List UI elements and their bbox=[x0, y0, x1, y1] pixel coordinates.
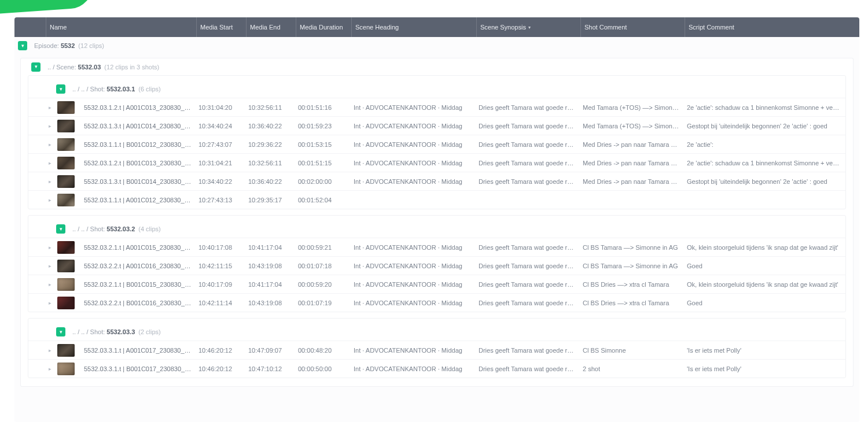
clip-scene-head: Int · ADVOCATENKANTOOR · Middag bbox=[350, 365, 475, 372]
clip-shot-comment: Med Dries -> pan naar Tamara bij o… bbox=[579, 178, 683, 185]
shot-block: ▾.. / .. / Shot: 5532.03.3(2 clips)▸5532… bbox=[28, 318, 846, 378]
clip-row[interactable]: ▸5532.03.1.3.t | B001C014_230830_R5R010:… bbox=[28, 172, 845, 190]
collapse-toggle-icon[interactable]: ▾ bbox=[31, 62, 41, 72]
expand-chevron-icon[interactable]: ▸ bbox=[45, 366, 55, 372]
column-header-name[interactable]: Name bbox=[46, 17, 196, 37]
clip-name: 5532.03.1.1.t | A001C012_230830_R5HX bbox=[80, 197, 195, 204]
clip-media-dur: 00:02:00:00 bbox=[295, 178, 350, 185]
clip-row[interactable]: ▸5532.03.2.1.t | A001C015_230830_R5HX10:… bbox=[28, 238, 845, 256]
clip-row[interactable]: ▸5532.03.1.2.t | B001C013_230830_R5R010:… bbox=[28, 153, 845, 172]
clip-media-dur: 00:01:07:19 bbox=[295, 299, 350, 306]
expand-chevron-icon[interactable]: ▸ bbox=[45, 123, 55, 129]
expand-chevron-icon[interactable]: ▸ bbox=[45, 300, 55, 306]
clip-media-start: 10:31:04:20 bbox=[195, 104, 245, 111]
clip-scene-head: Int · ADVOCATENKANTOOR · Middag bbox=[350, 281, 475, 288]
clip-row[interactable]: ▸5532.03.1.1.t | B001C012_230830_R5R010:… bbox=[28, 135, 845, 153]
group-episode[interactable]: ▾ Episode: 5532 (12 clips) bbox=[14, 37, 859, 54]
collapse-toggle-icon[interactable]: ▾ bbox=[56, 224, 65, 234]
clip-media-start: 10:31:04:21 bbox=[195, 160, 245, 167]
clip-media-end: 10:43:19:08 bbox=[245, 262, 295, 269]
column-header-mdur[interactable]: Media Duration bbox=[296, 17, 351, 37]
column-header-mend[interactable]: Media End bbox=[246, 17, 296, 37]
clip-scene-head: Int · ADVOCATENKANTOOR · Middag bbox=[350, 141, 475, 148]
clip-row[interactable]: ▸5532.03.1.2.t | A001C013_230830_R5HX10:… bbox=[28, 98, 845, 116]
clip-scene-head: Int · ADVOCATENKANTOOR · Middag bbox=[350, 299, 475, 306]
clip-name: 5532.03.2.1.t | A001C015_230830_R5HX bbox=[80, 244, 195, 251]
collapse-toggle-icon[interactable]: ▾ bbox=[56, 84, 65, 94]
clip-row[interactable]: ▸5532.03.3.1.t | B001C017_230830_R5R010:… bbox=[28, 359, 845, 378]
clip-thumbnail[interactable] bbox=[57, 175, 75, 188]
clip-synopsis: Dries geeft Tamara wat goede raad bbox=[475, 347, 579, 354]
clip-thumbnail[interactable] bbox=[57, 344, 75, 357]
clip-media-start: 10:34:40:24 bbox=[195, 123, 245, 130]
clip-row[interactable]: ▸5532.03.2.2.t | B001C016_230830_R5R010:… bbox=[28, 293, 845, 312]
clip-thumbnail[interactable] bbox=[57, 120, 75, 132]
group-shot-meta: (2 clips) bbox=[138, 328, 161, 335]
expand-chevron-icon[interactable]: ▸ bbox=[45, 347, 55, 353]
clip-thumbnail[interactable] bbox=[57, 363, 75, 375]
clip-media-dur: 00:01:07:18 bbox=[295, 262, 350, 269]
clip-media-dur: 00:01:52:04 bbox=[295, 197, 350, 204]
clip-media-start: 10:46:20:12 bbox=[195, 347, 245, 354]
column-header-shotc[interactable]: Shot Comment bbox=[580, 17, 685, 37]
expand-chevron-icon[interactable]: ▸ bbox=[45, 245, 55, 250]
clip-name: 5532.03.1.3.t | A001C014_230830_R5HX bbox=[80, 123, 195, 130]
group-shot[interactable]: ▾.. / .. / Shot: 5532.03.2(4 clips) bbox=[40, 220, 834, 238]
clip-thumbnail[interactable] bbox=[57, 278, 75, 291]
group-shot[interactable]: ▾.. / .. / Shot: 5532.03.3(2 clips) bbox=[40, 323, 834, 341]
expand-chevron-icon[interactable]: ▸ bbox=[45, 197, 55, 203]
clip-thumbnail[interactable] bbox=[57, 157, 75, 169]
clip-row[interactable]: ▸5532.03.2.2.t | A001C016_230830_R5HX10:… bbox=[28, 256, 845, 275]
clip-media-end: 10:29:36:22 bbox=[245, 141, 295, 148]
clip-shot-comment: Med Tamara (+TOS) —> Simonne i… bbox=[579, 123, 683, 130]
collapse-toggle-icon[interactable]: ▾ bbox=[56, 327, 65, 336]
clip-row[interactable]: ▸5532.03.1.1.t | A001C012_230830_R5HX10:… bbox=[28, 190, 845, 209]
clip-name: 5532.03.1.2.t | B001C013_230830_R5R0 bbox=[80, 160, 195, 167]
column-header-script[interactable]: Script Comment bbox=[685, 17, 859, 37]
expand-chevron-icon[interactable]: ▸ bbox=[45, 179, 55, 184]
expand-chevron-icon[interactable]: ▸ bbox=[45, 142, 55, 147]
group-shot-meta: (6 clips) bbox=[138, 86, 161, 93]
group-shot[interactable]: ▾.. / .. / Shot: 5532.03.1(6 clips) bbox=[40, 80, 834, 98]
clip-script-comment: Ok, klein stoorgeluid tijdens 'ik snap d… bbox=[683, 244, 845, 251]
clip-media-start: 10:34:40:22 bbox=[195, 178, 245, 185]
group-shot-label: .. / .. / Shot: 5532.03.3 bbox=[72, 328, 135, 335]
column-header-scene[interactable]: Scene Heading bbox=[351, 17, 476, 37]
group-shot-meta: (4 clips) bbox=[138, 225, 161, 232]
clip-media-end: 10:47:09:07 bbox=[245, 347, 295, 354]
clip-name: 5532.03.1.3.t | B001C014_230830_R5R0 bbox=[80, 178, 195, 185]
clip-thumbnail[interactable] bbox=[57, 101, 75, 114]
clip-row[interactable]: ▸5532.03.1.3.t | A001C014_230830_R5HX10:… bbox=[28, 116, 845, 135]
column-header-synopsis[interactable]: Scene Synopsis ▾ bbox=[476, 17, 580, 37]
clip-shot-comment: Med Tamara (+TOS) —> Simonne i… bbox=[579, 104, 683, 111]
clip-name: 5532.03.2.2.t | A001C016_230830_R5HX bbox=[80, 262, 195, 269]
group-shot-label: .. / .. / Shot: 5532.03.1 bbox=[72, 86, 135, 93]
expand-chevron-icon[interactable]: ▸ bbox=[45, 282, 55, 287]
clip-thumbnail[interactable] bbox=[57, 241, 75, 254]
group-scene-label: .. / Scene: 5532.03 bbox=[47, 64, 101, 71]
clip-shot-comment: Cl BS Dries —> xtra cl Tamara bbox=[579, 281, 683, 288]
clip-thumbnail[interactable] bbox=[57, 138, 75, 151]
clip-synopsis: Dries geeft Tamara wat goede raad bbox=[475, 299, 579, 306]
group-scene[interactable]: ▾ .. / Scene: 5532.03 (12 clips in 3 sho… bbox=[20, 58, 854, 75]
clip-thumbnail[interactable] bbox=[57, 194, 75, 206]
clip-media-dur: 00:01:59:23 bbox=[295, 123, 350, 130]
collapse-toggle-icon[interactable]: ▾ bbox=[18, 41, 27, 50]
clip-media-dur: 00:00:48:20 bbox=[295, 347, 350, 354]
clip-synopsis: Dries geeft Tamara wat goede raad bbox=[475, 262, 579, 269]
expand-chevron-icon[interactable]: ▸ bbox=[45, 105, 55, 110]
clip-row[interactable]: ▸5532.03.2.1.t | B001C015_230830_R5R010:… bbox=[28, 275, 845, 293]
clip-shot-comment: Cl BS Dries —> xtra cl Tamara bbox=[579, 299, 683, 306]
column-header-synopsis-label: Scene Synopsis bbox=[480, 24, 526, 31]
clip-thumbnail[interactable] bbox=[57, 297, 75, 309]
clip-media-dur: 00:01:53:15 bbox=[295, 141, 350, 148]
clip-name: 5532.03.3.1.t | A001C017_230830_R5HX bbox=[80, 347, 195, 354]
clip-script-comment: Gestopt bij 'uiteindelijk begonnen' 2e '… bbox=[683, 123, 845, 130]
clip-row[interactable]: ▸5532.03.3.1.t | A001C017_230830_R5HX10:… bbox=[28, 341, 845, 359]
clip-thumbnail[interactable] bbox=[57, 260, 75, 272]
clip-media-end: 10:41:17:04 bbox=[245, 244, 295, 251]
expand-chevron-icon[interactable]: ▸ bbox=[45, 160, 55, 166]
column-header-mstart[interactable]: Media Start bbox=[196, 17, 246, 37]
expand-chevron-icon[interactable]: ▸ bbox=[45, 263, 55, 269]
clip-media-start: 10:42:11:15 bbox=[195, 262, 245, 269]
